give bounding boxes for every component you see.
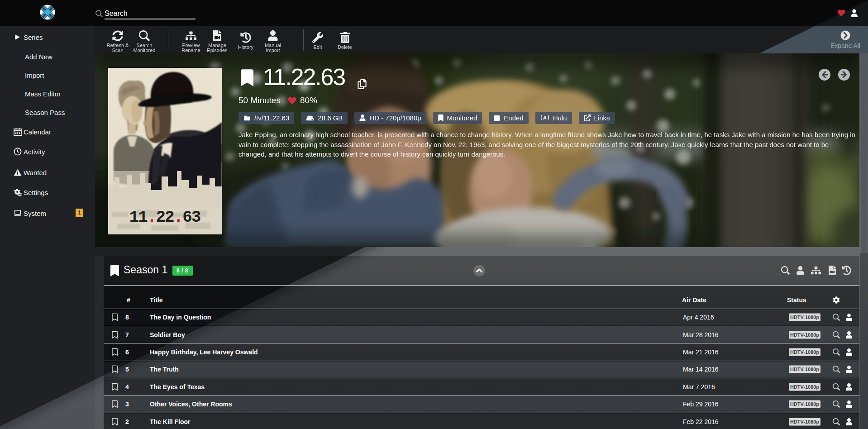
svg-text:A: A xyxy=(543,115,547,120)
svg-text:11.22.63: 11.22.63 xyxy=(129,208,200,227)
